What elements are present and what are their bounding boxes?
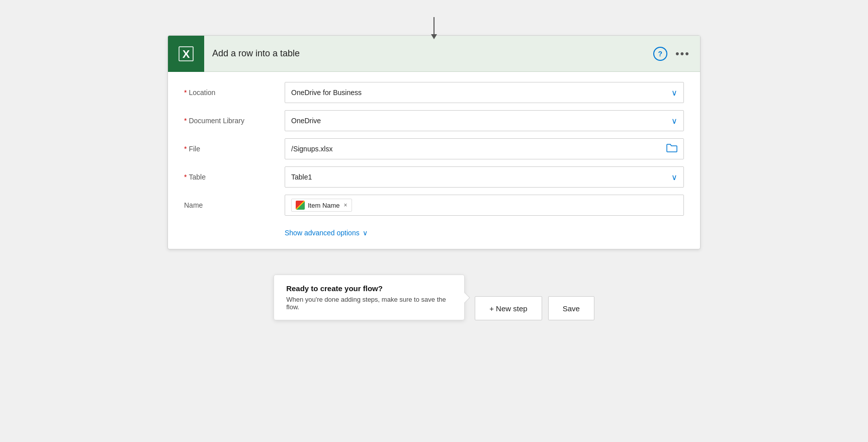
card-header-actions: ? •••	[653, 47, 692, 61]
svg-text:X: X	[183, 48, 190, 60]
help-button[interactable]: ?	[653, 47, 667, 61]
more-options-button[interactable]: •••	[673, 47, 692, 60]
file-label: *File	[184, 145, 285, 153]
name-row: Name Item Name ×	[184, 195, 684, 216]
token-close-button[interactable]: ×	[344, 202, 348, 209]
table-required-star: *	[184, 173, 187, 181]
new-step-button[interactable]: + New step	[475, 296, 542, 320]
more-dots-icon: •••	[675, 47, 690, 60]
table-row: *Table Table1 ∨	[184, 166, 684, 188]
name-label: Name	[184, 201, 285, 209]
document-library-label: *Document Library	[184, 117, 285, 125]
document-library-dropdown[interactable]: OneDrive ∨	[285, 110, 684, 131]
show-advanced-label: Show advanced options	[285, 229, 360, 237]
document-library-value: OneDrive	[291, 117, 321, 125]
action-buttons: + New step Save	[475, 296, 594, 320]
location-value: OneDrive for Business	[291, 89, 362, 97]
table-value: Table1	[291, 173, 312, 181]
arrow-connector	[433, 10, 435, 35]
table-label: *Table	[184, 173, 285, 181]
location-required-star: *	[184, 89, 187, 97]
add-row-card: X Add a row into a table ? ••• *Location	[167, 35, 701, 249]
arrow-line	[433, 17, 435, 35]
card-title: Add a row into a table	[204, 48, 653, 59]
item-name-token: Item Name ×	[291, 199, 352, 212]
file-row: *File /Signups.xlsx	[184, 138, 684, 159]
tooltip-title: Ready to create your flow?	[286, 284, 452, 293]
excel-icon: X	[176, 44, 196, 64]
tooltip-text: When you're done adding steps, make sure…	[286, 296, 452, 311]
name-input[interactable]: Item Name ×	[285, 195, 684, 216]
doc-lib-required-star: *	[184, 117, 187, 125]
card-header-icon: X	[168, 36, 204, 72]
table-chevron-icon: ∨	[671, 172, 677, 182]
file-value: /Signups.xlsx	[291, 145, 332, 153]
location-chevron-icon: ∨	[671, 88, 677, 98]
show-advanced-chevron-icon: ∨	[363, 229, 368, 237]
token-badge-icon	[296, 201, 305, 210]
location-dropdown[interactable]: OneDrive for Business ∨	[285, 82, 684, 103]
tooltip-box: Ready to create your flow? When you're d…	[274, 275, 465, 320]
location-row: *Location OneDrive for Business ∨	[184, 82, 684, 103]
file-input[interactable]: /Signups.xlsx	[285, 138, 684, 159]
show-advanced-options[interactable]: Show advanced options ∨	[285, 229, 368, 237]
file-folder-icon	[666, 143, 677, 155]
document-library-row: *Document Library OneDrive ∨	[184, 110, 684, 131]
card-header: X Add a row into a table ? •••	[168, 36, 700, 72]
bottom-section: Ready to create your flow? When you're d…	[0, 249, 868, 335]
file-required-star: *	[184, 145, 187, 153]
save-button[interactable]: Save	[548, 296, 594, 320]
doc-lib-chevron-icon: ∨	[671, 116, 677, 126]
token-text: Item Name	[308, 202, 340, 209]
table-dropdown[interactable]: Table1 ∨	[285, 166, 684, 188]
location-label: *Location	[184, 89, 285, 97]
card-body: *Location OneDrive for Business ∨ *Docum…	[168, 72, 700, 249]
page-wrapper: X Add a row into a table ? ••• *Location	[0, 0, 868, 442]
